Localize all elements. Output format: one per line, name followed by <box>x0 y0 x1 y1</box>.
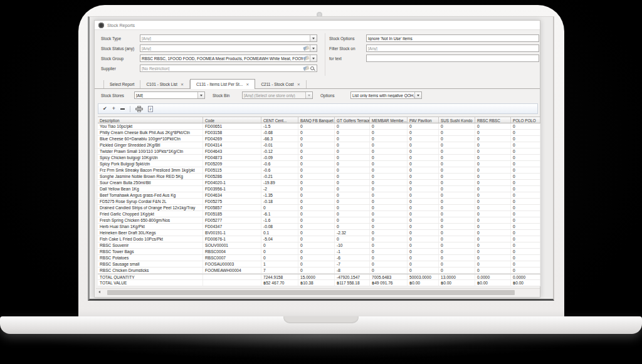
chevron-down-icon[interactable] <box>197 92 204 98</box>
table-row[interactable]: RBSC Tower BagsRBSC000400-100000 <box>98 249 540 255</box>
column-header[interactable]: SUS Sushi Kondo <box>439 117 475 123</box>
column-header[interactable]: Description <box>98 117 203 123</box>
table-cell: 0 <box>475 155 511 160</box>
table-cell: 0 <box>511 224 540 229</box>
table-cell: 0 <box>475 199 511 204</box>
table-row[interactable]: Fried Garlic Chopped 1Kg/pktFD05185-6.10… <box>98 211 540 217</box>
report-tab[interactable]: C101 - Stock List✕ <box>140 80 190 88</box>
column-header[interactable]: PAV Pavilion <box>408 117 439 123</box>
tab-close-icon[interactable]: ✕ <box>181 82 184 86</box>
table-cell: 0 <box>475 205 511 211</box>
table-cell: 0 <box>511 268 540 273</box>
table-cell: -2.32 <box>335 230 370 236</box>
chevron-down-icon[interactable] <box>310 55 317 61</box>
table-cell: 0 <box>439 224 475 229</box>
stock-type-combo[interactable]: [Any] <box>140 34 317 42</box>
table-cell: 7005.6483 <box>370 274 408 279</box>
total-value-row[interactable]: TOTAL VALUE฿52 467.70฿10.38฿117 558.18฿4… <box>98 280 540 286</box>
table-row[interactable]: Fish Cake L Fried Dodo 10Pcs/PktFD00676-… <box>98 236 540 242</box>
report-tab[interactable]: C131 - Items List Per St...✕ <box>190 79 255 89</box>
table-row[interactable]: Twister Prawn Small 100/110 10Pkts*1Kg/C… <box>98 148 540 155</box>
table-row[interactable]: RBSC SouvenirSOUV0000100-1000000 <box>98 242 540 249</box>
column-header[interactable]: RBSC RBSC <box>475 117 511 123</box>
table-row[interactable]: RBSC Sausage smallFOOSAU0000310-700000 <box>98 261 540 268</box>
table-cell: 0 <box>439 130 475 135</box>
table-row[interactable]: Spicy Pork Bulgogi 5pkt/ctnFD05209-0.600… <box>98 161 540 167</box>
table-row[interactable]: Sour Cream Bulla 250ml/BtlFD04020-1-19.8… <box>98 180 540 186</box>
table-row[interactable]: Dall Yellow Bean 1KgFD03956-1-20000000 <box>98 186 540 192</box>
chevron-down-icon[interactable] <box>310 45 317 51</box>
eraser-icon[interactable] <box>303 66 310 71</box>
column-header[interactable]: POLO POLO <box>511 117 540 123</box>
chevron-down-icon[interactable] <box>305 92 312 98</box>
for-text-input[interactable] <box>366 55 539 62</box>
table-cell: ฿49 091.76 <box>370 280 408 286</box>
column-header[interactable]: GT Golfers Terrace <box>335 117 370 123</box>
remove-row-button[interactable] <box>120 108 125 110</box>
total-quantity-row[interactable]: TOTAL QUANTITY7244.915815.0000-47920.154… <box>98 274 540 280</box>
table-cell: RBSC0004 <box>203 249 261 254</box>
table-row[interactable]: Drained Candied Strips of Orange Peel 12… <box>98 205 540 211</box>
table-cell: RBSC Tower Bags <box>98 249 203 254</box>
chevron-down-icon[interactable] <box>310 35 317 41</box>
eraser-icon[interactable] <box>303 56 310 61</box>
table-cell: Frz Prm Smk Streaky Bacon Presliced 3mm … <box>98 167 203 173</box>
table-row[interactable]: Heineken Beer Draft 30L/KegsBV00191-10.1… <box>98 230 540 236</box>
table-row[interactable]: FD5275 Rose Syrup Cordial F&N 2LFD05275-… <box>98 199 540 205</box>
tab-close-icon[interactable]: ✕ <box>246 82 249 86</box>
options-combo[interactable]: List only items with negative QOH, S <box>350 91 422 99</box>
stock-bin-combo[interactable]: [Any] (Select one store only) <box>242 91 313 99</box>
stock-status-combo[interactable]: [Any] <box>140 44 317 52</box>
stock-stores-combo[interactable]: [All] <box>134 91 205 99</box>
table-cell: 0 <box>408 167 439 173</box>
table-row[interactable]: Fresh Spring Chicken 650-800gm/NosFD0527… <box>98 217 540 224</box>
table-cell: 0 <box>408 155 439 160</box>
table-row[interactable]: RBSC PotatoesRBSC000700-600000 <box>98 255 540 261</box>
column-header[interactable]: BANQ FB Banquet <box>298 117 335 123</box>
table-cell: 0 <box>298 130 335 135</box>
table-row[interactable]: Beef Tomahawk Angus grass-Fed Aus KgFD04… <box>98 192 540 199</box>
table-row[interactable]: Spicy Chicken bulgogi 10Kg/ctnFD04873-0.… <box>98 155 540 161</box>
table-cell: 0 <box>511 192 540 198</box>
table-row[interactable]: Frz Prm Smk Streaky Bacon Presliced 3mm … <box>98 167 540 174</box>
table-cell: 0 <box>298 255 335 261</box>
stock-options-input[interactable]: Ignore 'Not In Use' items <box>366 34 539 42</box>
chevron-down-icon[interactable] <box>414 92 421 98</box>
table-cell: FD04314 <box>203 142 261 148</box>
tab-close-icon[interactable]: ✕ <box>297 82 300 86</box>
table-cell: Blue Cheese 60+Danablu 100gm*10Pkt/Ctn <box>98 136 203 142</box>
scroll-left-button[interactable] <box>96 289 103 296</box>
table-row[interactable]: RBSC Chicken DrumsticksFOOMEAWH0000470-8… <box>98 268 540 274</box>
export-button[interactable]: 2 <box>148 106 153 112</box>
table-row[interactable]: Blue Cheese 60+Danablu 100gm*10Pkt/CtnFD… <box>98 136 540 142</box>
tab-strip: Select ReportC101 - Stock List✕C131 - It… <box>95 79 540 89</box>
table-cell: 0 <box>298 142 335 148</box>
table-cell: 0 <box>370 255 408 261</box>
search-icon[interactable] <box>310 66 315 71</box>
stock-group-combo[interactable]: RBSC RBSC, 1FOOD FOOD, FOOMEA Meat Produ… <box>140 55 317 62</box>
scrollbar-thumb[interactable] <box>107 290 515 295</box>
report-tab[interactable]: C211 - Stock Cost✕ <box>255 80 306 88</box>
confirm-button[interactable]: ✔ <box>103 107 107 112</box>
table-row[interactable]: You Tiao 10pc/pktFD00651-1.50000000 <box>98 123 540 130</box>
table-cell <box>203 280 261 286</box>
print-button[interactable] <box>135 106 143 112</box>
table-cell: 50003.0000 <box>408 274 439 279</box>
column-header[interactable]: Code <box>203 117 261 123</box>
column-header[interactable]: CENT Cent... <box>261 117 298 123</box>
eraser-icon[interactable] <box>303 46 310 51</box>
add-row-button[interactable]: + <box>112 106 115 112</box>
table-row[interactable]: Pickled Ginger Shredded 2Kg/BtlFD04314-0… <box>98 142 540 148</box>
column-header[interactable]: MEMBAR Membe... <box>370 117 408 123</box>
table-cell: 0 <box>511 123 540 129</box>
table-cell: 0 <box>439 268 475 273</box>
table-cell: 0 <box>298 199 335 204</box>
report-tab[interactable]: Select Report <box>103 80 140 88</box>
table-row[interactable]: Songhe Jasmine Noble Brown Rice RED 5KgF… <box>98 174 540 180</box>
table-row[interactable]: Herb Huai Shan 1Kg/PktFD04347-0.08000000… <box>98 224 540 230</box>
filter-stock-on-input[interactable]: [Any] <box>366 44 539 52</box>
table-row[interactable]: Philly Cream Cheese Bulk Phil.Aus 2Kg*8P… <box>98 130 540 136</box>
horizontal-scrollbar[interactable] <box>96 288 540 295</box>
supplier-input[interactable]: [No Restriction] <box>140 65 317 72</box>
table-cell: 0 <box>408 211 439 217</box>
